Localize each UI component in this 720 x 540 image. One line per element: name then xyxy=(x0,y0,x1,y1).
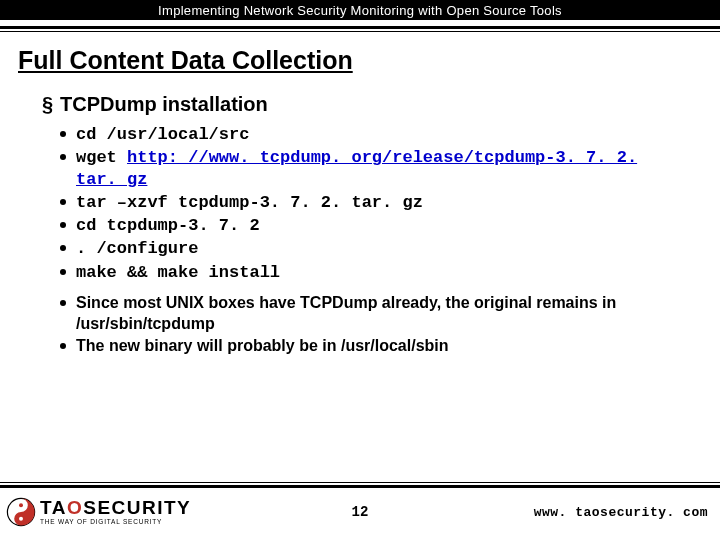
note-text: Since most UNIX boxes have TCPDump alrea… xyxy=(76,294,616,332)
cmd-text: make && make install xyxy=(76,263,280,282)
logo-wordmark: TAOSECURITY xyxy=(40,498,191,517)
slide-title: Full Content Data Collection xyxy=(18,46,720,75)
logo-tagline: THE WAY OF DIGITAL SECURITY xyxy=(40,519,191,526)
cmd-item: wget http: //www. tcpdump. org/release/t… xyxy=(42,147,688,190)
site-url: www. taosecurity. com xyxy=(534,505,708,520)
header-bar: Implementing Network Security Monitoring… xyxy=(0,0,720,20)
svg-point-1 xyxy=(19,503,23,507)
cmd-text: . /configure xyxy=(76,239,198,258)
cmd-item: . /configure xyxy=(42,238,688,259)
section-heading: TCPDump installation xyxy=(42,93,688,116)
cmd-item: make && make install xyxy=(42,262,688,283)
download-link[interactable]: http: //www. tcpdump. org/release/tcpdum… xyxy=(76,148,637,188)
divider-top xyxy=(0,26,720,32)
footer-inner: TAOSECURITY THE WAY OF DIGITAL SECURITY … xyxy=(0,488,720,536)
page-number: 12 xyxy=(352,504,369,520)
cmd-text: cd /usr/local/src xyxy=(76,125,249,144)
yinyang-icon xyxy=(4,495,38,529)
cmd-text: wget xyxy=(76,148,127,167)
cmd-item: cd tcpdump-3. 7. 2 xyxy=(42,215,688,236)
cmd-item: cd /usr/local/src xyxy=(42,124,688,145)
note-item: The new binary will probably be in /usr/… xyxy=(42,336,688,357)
content-area: TCPDump installation cd /usr/local/src w… xyxy=(42,93,688,357)
cmd-item: tar –xzvf tcpdump-3. 7. 2. tar. gz xyxy=(42,192,688,213)
footer: TAOSECURITY THE WAY OF DIGITAL SECURITY … xyxy=(0,482,720,540)
logo: TAOSECURITY THE WAY OF DIGITAL SECURITY xyxy=(4,495,191,529)
note-item: Since most UNIX boxes have TCPDump alrea… xyxy=(42,293,688,335)
cmd-text: tar –xzvf tcpdump-3. 7. 2. tar. gz xyxy=(76,193,423,212)
cmd-text: cd tcpdump-3. 7. 2 xyxy=(76,216,260,235)
logo-text: TAOSECURITY THE WAY OF DIGITAL SECURITY xyxy=(40,498,191,526)
svg-point-2 xyxy=(19,517,23,521)
header-title: Implementing Network Security Monitoring… xyxy=(158,3,562,18)
note-text: The new binary will probably be in /usr/… xyxy=(76,337,449,354)
section-heading-text: TCPDump installation xyxy=(60,93,268,115)
